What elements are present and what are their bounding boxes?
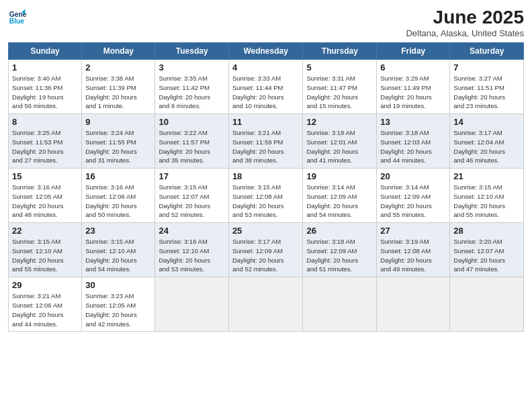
day-number: 19 xyxy=(306,171,373,181)
day-number: 30 xyxy=(85,280,152,290)
day-info: Sunrise: 3:17 AMSunset: 12:09 AMDaylight… xyxy=(232,237,300,274)
location-subtitle: Deltana, Alaska, United States xyxy=(406,28,524,38)
day-number: 12 xyxy=(306,117,373,127)
day-number: 3 xyxy=(159,62,225,73)
day-number: 15 xyxy=(12,171,79,181)
day-info: Sunrise: 3:21 AMSunset: 12:06 AMDaylight… xyxy=(12,291,79,328)
day-number: 22 xyxy=(12,226,79,236)
day-info: Sunrise: 3:31 AMSunset: 11:47 PMDaylight… xyxy=(306,74,373,111)
day-cell: 7Sunrise: 3:27 AMSunset: 11:51 PMDayligh… xyxy=(450,60,524,114)
day-cell: 13Sunrise: 3:18 AMSunset: 12:03 AMDaylig… xyxy=(377,114,450,169)
svg-text:Blue: Blue xyxy=(9,17,25,25)
day-info: Sunrise: 3:29 AMSunset: 11:49 PMDaylight… xyxy=(380,74,447,111)
day-number: 16 xyxy=(85,171,152,181)
day-number: 18 xyxy=(232,171,300,181)
day-info: Sunrise: 3:15 AMSunset: 12:07 AMDaylight… xyxy=(159,183,225,220)
day-info: Sunrise: 3:17 AMSunset: 12:04 AMDaylight… xyxy=(453,128,521,165)
calendar-table: SundayMondayTuesdayWednesdayThursdayFrid… xyxy=(8,42,524,332)
day-cell: 22Sunrise: 3:15 AMSunset: 12:10 AMDaylig… xyxy=(9,223,82,277)
day-cell: 15Sunrise: 3:16 AMSunset: 12:05 AMDaylig… xyxy=(9,169,82,223)
day-info: Sunrise: 3:15 AMSunset: 12:10 AMDaylight… xyxy=(12,237,79,274)
day-info: Sunrise: 3:22 AMSunset: 11:57 PMDaylight… xyxy=(159,128,225,165)
day-number: 1 xyxy=(12,62,79,73)
day-info: Sunrise: 3:14 AMSunset: 12:09 AMDaylight… xyxy=(380,183,447,220)
day-cell: 12Sunrise: 3:19 AMSunset: 12:01 AMDaylig… xyxy=(303,114,377,169)
day-info: Sunrise: 3:21 AMSunset: 11:59 PMDaylight… xyxy=(232,128,300,165)
col-header-wednesday: Wednesday xyxy=(228,43,303,60)
day-number: 7 xyxy=(453,62,521,73)
col-header-friday: Friday xyxy=(377,43,450,60)
day-info: Sunrise: 3:27 AMSunset: 11:51 PMDaylight… xyxy=(453,74,521,111)
day-cell: 14Sunrise: 3:17 AMSunset: 12:04 AMDaylig… xyxy=(450,114,524,169)
day-cell: 11Sunrise: 3:21 AMSunset: 11:59 PMDaylig… xyxy=(228,114,303,169)
day-number: 5 xyxy=(306,62,373,73)
week-row-1: 1Sunrise: 3:40 AMSunset: 11:36 PMDayligh… xyxy=(9,60,524,114)
day-number: 26 xyxy=(306,226,373,236)
day-cell: 3Sunrise: 3:35 AMSunset: 11:42 PMDayligh… xyxy=(155,60,228,114)
day-number: 11 xyxy=(232,117,300,127)
day-number: 9 xyxy=(85,117,152,127)
day-info: Sunrise: 3:38 AMSunset: 11:39 PMDaylight… xyxy=(85,74,152,111)
day-headers: SundayMondayTuesdayWednesdayThursdayFrid… xyxy=(9,43,524,60)
day-info: Sunrise: 3:15 AMSunset: 12:10 AMDaylight… xyxy=(453,183,521,220)
day-cell: 20Sunrise: 3:14 AMSunset: 12:09 AMDaylig… xyxy=(377,169,450,223)
day-cell: 18Sunrise: 3:15 AMSunset: 12:08 AMDaylig… xyxy=(228,169,303,223)
day-info: Sunrise: 3:18 AMSunset: 12:09 AMDaylight… xyxy=(306,237,373,274)
day-cell xyxy=(377,277,450,332)
day-number: 20 xyxy=(380,171,447,181)
week-row-4: 22Sunrise: 3:15 AMSunset: 12:10 AMDaylig… xyxy=(9,223,524,277)
day-cell: 6Sunrise: 3:29 AMSunset: 11:49 PMDayligh… xyxy=(377,60,450,114)
day-cell: 16Sunrise: 3:16 AMSunset: 12:06 AMDaylig… xyxy=(82,169,155,223)
day-info: Sunrise: 3:40 AMSunset: 11:36 PMDaylight… xyxy=(12,74,79,111)
day-cell: 8Sunrise: 3:25 AMSunset: 11:53 PMDayligh… xyxy=(9,114,82,169)
day-number: 4 xyxy=(232,62,300,73)
day-cell: 21Sunrise: 3:15 AMSunset: 12:10 AMDaylig… xyxy=(450,169,524,223)
day-cell: 23Sunrise: 3:15 AMSunset: 12:10 AMDaylig… xyxy=(82,223,155,277)
col-header-monday: Monday xyxy=(82,43,155,60)
day-number: 8 xyxy=(12,117,79,127)
day-number: 27 xyxy=(380,226,447,236)
day-info: Sunrise: 3:19 AMSunset: 12:01 AMDaylight… xyxy=(306,128,373,165)
day-number: 10 xyxy=(159,117,225,127)
day-number: 13 xyxy=(380,117,447,127)
day-info: Sunrise: 3:20 AMSunset: 12:07 AMDaylight… xyxy=(453,237,521,274)
day-number: 25 xyxy=(232,226,300,236)
day-cell: 4Sunrise: 3:33 AMSunset: 11:44 PMDayligh… xyxy=(228,60,303,114)
day-cell: 27Sunrise: 3:19 AMSunset: 12:08 AMDaylig… xyxy=(377,223,450,277)
day-cell: 5Sunrise: 3:31 AMSunset: 11:47 PMDayligh… xyxy=(303,60,377,114)
day-number: 29 xyxy=(12,280,79,290)
week-row-5: 29Sunrise: 3:21 AMSunset: 12:06 AMDaylig… xyxy=(9,277,524,332)
month-title: June 2025 xyxy=(406,7,524,28)
day-info: Sunrise: 3:35 AMSunset: 11:42 PMDaylight… xyxy=(159,74,225,111)
day-cell: 19Sunrise: 3:14 AMSunset: 12:09 AMDaylig… xyxy=(303,169,377,223)
col-header-thursday: Thursday xyxy=(303,43,377,60)
day-number: 21 xyxy=(453,171,521,181)
title-block: June 2025 Deltana, Alaska, United States xyxy=(406,7,524,38)
calendar-container: General Blue June 2025 Deltana, Alaska, … xyxy=(0,0,532,411)
logo: General Blue xyxy=(8,7,27,26)
day-info: Sunrise: 3:23 AMSunset: 12:05 AMDaylight… xyxy=(85,291,152,328)
day-number: 24 xyxy=(159,226,225,236)
day-number: 23 xyxy=(85,226,152,236)
day-info: Sunrise: 3:24 AMSunset: 11:55 PMDaylight… xyxy=(85,128,152,165)
day-info: Sunrise: 3:15 AMSunset: 12:10 AMDaylight… xyxy=(85,237,152,274)
day-cell: 28Sunrise: 3:20 AMSunset: 12:07 AMDaylig… xyxy=(450,223,524,277)
day-cell: 1Sunrise: 3:40 AMSunset: 11:36 PMDayligh… xyxy=(9,60,82,114)
day-info: Sunrise: 3:16 AMSunset: 12:06 AMDaylight… xyxy=(85,183,152,220)
day-number: 14 xyxy=(453,117,521,127)
day-cell: 9Sunrise: 3:24 AMSunset: 11:55 PMDayligh… xyxy=(82,114,155,169)
day-cell xyxy=(155,277,228,332)
day-number: 28 xyxy=(453,226,521,236)
day-info: Sunrise: 3:15 AMSunset: 12:08 AMDaylight… xyxy=(232,183,300,220)
day-number: 2 xyxy=(85,62,152,73)
day-cell: 25Sunrise: 3:17 AMSunset: 12:09 AMDaylig… xyxy=(228,223,303,277)
day-info: Sunrise: 3:16 AMSunset: 12:05 AMDaylight… xyxy=(12,183,79,220)
day-info: Sunrise: 3:14 AMSunset: 12:09 AMDaylight… xyxy=(306,183,373,220)
day-cell xyxy=(228,277,303,332)
week-row-3: 15Sunrise: 3:16 AMSunset: 12:05 AMDaylig… xyxy=(9,169,524,223)
header: General Blue June 2025 Deltana, Alaska, … xyxy=(8,7,524,38)
logo-icon: General Blue xyxy=(8,7,27,26)
day-number: 6 xyxy=(380,62,447,73)
day-info: Sunrise: 3:25 AMSunset: 11:53 PMDaylight… xyxy=(12,128,79,165)
day-cell: 2Sunrise: 3:38 AMSunset: 11:39 PMDayligh… xyxy=(82,60,155,114)
